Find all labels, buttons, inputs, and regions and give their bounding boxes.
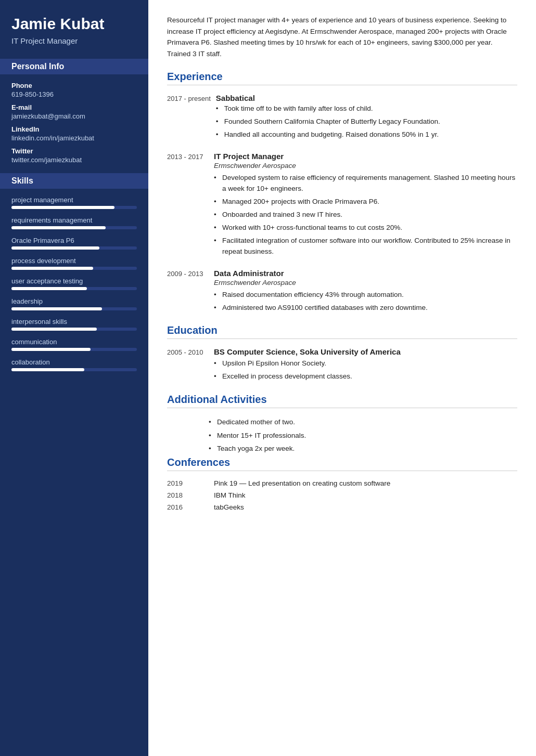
candidate-title: IT Project Manager [11,36,137,45]
skill-bar-background [11,328,137,331]
skill-bar-background [11,267,137,270]
entry-content: Data AdministratorErmschwender Aerospace… [214,269,517,316]
conf-text: IBM Think [214,491,517,499]
additional-heading: Additional Activities [167,394,517,408]
skill-item: process development [11,257,137,270]
conferences-heading: Conferences [167,457,517,471]
resume-container: Jamie Kubat IT Project Manager Personal … [0,0,536,756]
skill-item: collaboration [11,358,137,371]
skill-name: process development [11,257,137,265]
skill-bar-fill [11,328,97,331]
entry-bullets: Raised documentation efficiency 43% thro… [214,290,517,314]
skill-name: interpersonal skills [11,318,137,325]
skill-bar-fill [11,287,87,290]
skill-item: project management [11,196,137,209]
skill-item: user acceptance testing [11,277,137,290]
job-title: Sabbatical [216,94,517,102]
bullet-item: Upsilon Pi Epsilon Honor Society. [214,358,517,369]
skill-bar-background [11,348,137,351]
additional-bullet-item: Mentor 15+ IT professionals. [209,430,517,441]
education-list: 2005 - 2010BS Computer Science, Soka Uni… [167,347,517,384]
phone-label: Phone [11,82,137,89]
skill-item: Oracle Primavera P6 [11,237,137,250]
phone-value: 619-850-1396 [11,90,137,98]
experience-entry: 2017 - presentSabbaticalTook time off to… [167,94,517,142]
skill-name: communication [11,338,137,346]
conference-entry: 2016tabGeeks [167,503,517,511]
skill-name: project management [11,196,137,204]
entry-dates: 2009 - 2013 [167,269,209,316]
skill-name: user acceptance testing [11,277,137,285]
edu-bullets: Upsilon Pi Epsilon Honor Society.Excelle… [214,358,517,382]
email-label: E-mail [11,103,137,111]
education-entry: 2005 - 2010BS Computer Science, Soka Uni… [167,347,517,384]
skill-item: interpersonal skills [11,318,137,331]
conference-entry: 2019Pink 19 — Led presentation on creati… [167,479,517,487]
edu-title: BS Computer Science, Soka University of … [214,347,517,356]
bullet-item: Founded Southern California Chapter of B… [216,116,517,127]
skill-bar-fill [11,267,93,270]
company-name: Ermschwender Aerospace [214,162,517,170]
conf-text: tabGeeks [214,503,517,511]
candidate-name: Jamie Kubat [11,15,137,33]
bullet-item: Administered two AS9100 certified databa… [214,303,517,314]
skill-bar-background [11,368,137,371]
skill-item: communication [11,338,137,351]
bullet-item: Took time off to be with family after lo… [216,103,517,114]
conf-year: 2018 [167,491,209,499]
skill-bar-fill [11,246,99,250]
linkedin-label: LinkedIn [11,125,137,133]
entry-dates: 2017 - present [167,94,211,142]
additional-bullet-item: Teach yoga 2x per week. [209,443,517,454]
skill-item: requirements management [11,216,137,229]
entry-content: IT Project ManagerErmschwender Aerospace… [214,152,517,259]
additional-bullets-list: Dedicated mother of two.Mentor 15+ IT pr… [167,416,517,454]
entry-dates: 2013 - 2017 [167,152,209,259]
skill-bar-background [11,307,137,310]
skill-name: leadership [11,297,137,305]
skill-name: collaboration [11,358,137,366]
entry-bullets: Developed system to raise efficiency of … [214,173,517,257]
bullet-item: Onboarded and trained 3 new IT hires. [214,210,517,220]
skill-item: leadership [11,297,137,310]
sidebar: Jamie Kubat IT Project Manager Personal … [0,0,148,756]
main-content: Resourceful IT project manager with 4+ y… [148,0,536,756]
experience-entry: 2009 - 2013Data AdministratorErmschwende… [167,269,517,316]
skills-list: project management requirements manageme… [11,196,137,371]
skill-bar-fill [11,368,84,371]
skill-bar-background [11,226,137,229]
conferences-list: 2019Pink 19 — Led presentation on creati… [167,479,517,511]
skill-bar-background [11,287,137,290]
edu-content: BS Computer Science, Soka University of … [214,347,517,384]
skill-name: requirements management [11,216,137,224]
personal-info-heading: Personal Info [0,59,148,74]
linkedin-value: linkedin.com/in/jamiezkubat [11,134,137,142]
bullet-item: Handled all accounting and budgeting. Ra… [216,129,517,140]
bullet-item: Excelled in process development classes. [214,371,517,382]
experience-list: 2017 - presentSabbaticalTook time off to… [167,94,517,315]
skill-bar-fill [11,348,91,351]
summary-text: Resourceful IT project manager with 4+ y… [167,15,517,59]
experience-entry: 2013 - 2017IT Project ManagerErmschwende… [167,152,517,259]
edu-dates: 2005 - 2010 [167,347,209,384]
company-name: Ermschwender Aerospace [214,279,517,286]
skill-bar-background [11,206,137,209]
twitter-label: Twitter [11,147,137,155]
email-value: jamiezkubat@gmail.com [11,112,137,120]
bullet-item: Managed 200+ projects with Oracle Primav… [214,197,517,207]
bullet-item: Facilitated integration of customer soft… [214,236,517,257]
bullet-item: Worked with 10+ cross-functional teams t… [214,223,517,233]
conf-year: 2016 [167,503,209,511]
skill-bar-fill [11,206,114,209]
bullet-item: Developed system to raise efficiency of … [214,173,517,194]
skill-bar-fill [11,226,106,229]
skills-section: Skills project management requirements m… [11,173,137,371]
experience-heading: Experience [167,71,517,85]
entry-bullets: Took time off to be with family after lo… [216,103,517,140]
bullet-item: Raised documentation efficiency 43% thro… [214,290,517,301]
education-heading: Education [167,324,517,339]
conference-entry: 2018IBM Think [167,491,517,499]
additional-bullet-item: Dedicated mother of two. [209,416,517,428]
skills-heading: Skills [0,173,148,189]
skill-name: Oracle Primavera P6 [11,237,137,244]
